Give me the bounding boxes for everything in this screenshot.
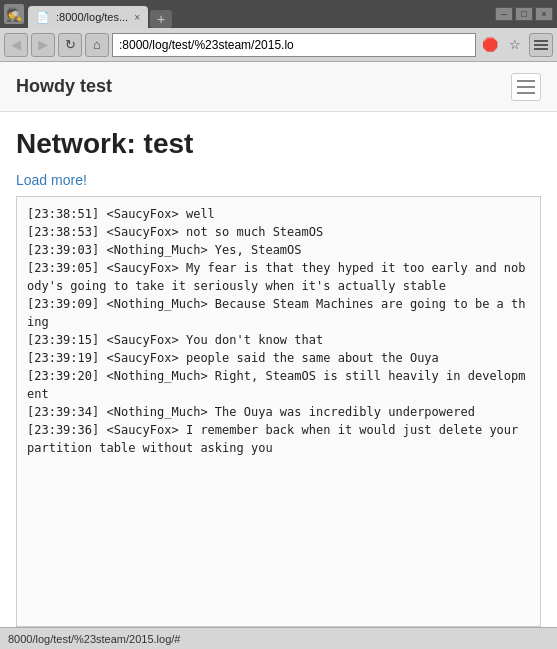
status-text: 8000/log/test/%23steam/2015.log/# bbox=[8, 633, 180, 645]
address-input[interactable] bbox=[119, 38, 469, 52]
window-controls: – □ × bbox=[495, 7, 553, 21]
page-body: Network: test Load more! [23:38:51] <Sau… bbox=[0, 112, 557, 627]
bookmark-icon[interactable]: ☆ bbox=[504, 34, 526, 56]
stop-icon[interactable]: 🛑 bbox=[479, 34, 501, 56]
back-icon: ◀ bbox=[11, 37, 21, 52]
chat-log[interactable]: [23:38:51] <SaucyFox> well [23:38:53] <S… bbox=[16, 196, 541, 627]
tab-close-button[interactable]: × bbox=[134, 12, 140, 23]
tab-bar: 📄 :8000/log/tes... × + bbox=[28, 0, 491, 28]
nav-bar: ◀ ▶ ↻ ⌂ 🛑 ☆ bbox=[0, 28, 557, 62]
home-button[interactable]: ⌂ bbox=[85, 33, 109, 57]
browser-menu-button[interactable] bbox=[529, 33, 553, 57]
menu-line-1 bbox=[534, 40, 548, 42]
browser-icon: 🕵 bbox=[4, 4, 24, 24]
new-tab-button[interactable]: + bbox=[150, 10, 172, 28]
title-bar: 🕵 📄 :8000/log/tes... × + – □ × bbox=[0, 0, 557, 28]
maximize-button[interactable]: □ bbox=[515, 7, 533, 21]
back-button[interactable]: ◀ bbox=[4, 33, 28, 57]
reload-icon: ↻ bbox=[65, 37, 76, 52]
brand-label: Howdy test bbox=[16, 76, 112, 97]
active-tab[interactable]: 📄 :8000/log/tes... × bbox=[28, 6, 148, 28]
minimize-button[interactable]: – bbox=[495, 7, 513, 21]
hamburger-line-1 bbox=[517, 80, 535, 82]
reload-button[interactable]: ↻ bbox=[58, 33, 82, 57]
menu-line-3 bbox=[534, 48, 548, 50]
page-title: Network: test bbox=[16, 128, 541, 160]
forward-button[interactable]: ▶ bbox=[31, 33, 55, 57]
address-bar[interactable] bbox=[112, 33, 476, 57]
close-button[interactable]: × bbox=[535, 7, 553, 21]
page-content: Howdy test Network: test Load more! [23:… bbox=[0, 62, 557, 627]
hamburger-line-2 bbox=[517, 86, 535, 88]
tab-label: :8000/log/tes... bbox=[56, 11, 128, 23]
navbar-toggle-button[interactable] bbox=[511, 73, 541, 101]
tab-favicon: 📄 bbox=[36, 11, 50, 24]
status-bar: 8000/log/test/%23steam/2015.log/# bbox=[0, 627, 557, 649]
load-more-link[interactable]: Load more! bbox=[16, 172, 541, 188]
forward-icon: ▶ bbox=[38, 37, 48, 52]
menu-line-2 bbox=[534, 44, 548, 46]
page-navbar: Howdy test bbox=[0, 62, 557, 112]
hamburger-line-3 bbox=[517, 92, 535, 94]
home-icon: ⌂ bbox=[93, 37, 101, 52]
